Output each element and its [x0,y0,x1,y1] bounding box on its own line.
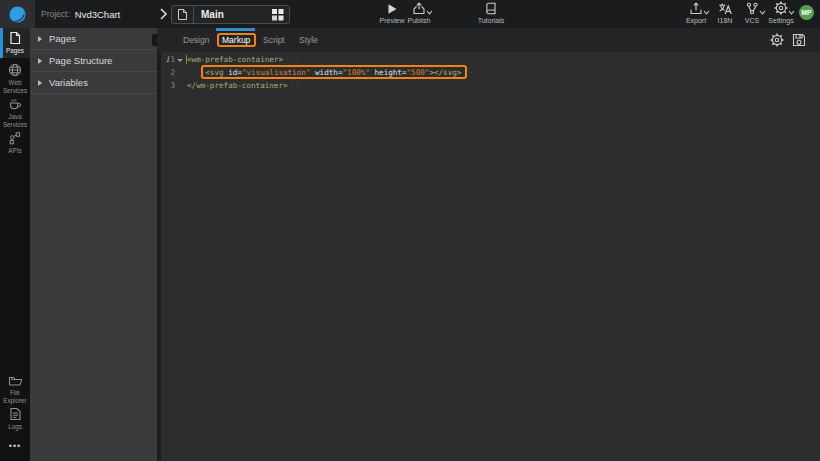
toolbar-button-label: Publish [408,17,431,24]
globe-icon [8,63,22,77]
panel-section-pages[interactable]: Pages [30,28,157,50]
text-cursor [186,55,187,64]
coffee-icon [8,97,22,111]
page-file-icon [172,6,194,23]
branch-icon [745,2,759,15]
toolbar-button-tutorials[interactable]: Tutorials [471,2,511,24]
chevron-right-icon [38,58,42,64]
sidebar-item-label: Pages [6,47,24,55]
chevron-down-icon [788,10,795,15]
grid-icon[interactable] [265,8,289,21]
active-tab-indicator [216,28,255,31]
code-text: </wm-prefab-container> [187,81,288,90]
toolbar-button-label: Settings [768,17,793,24]
app-logo[interactable] [0,0,35,28]
api-icon [8,131,22,145]
code-editor[interactable]: i1<wm-prefab-container>···2 <svg id="vis… [157,52,820,461]
sidebar-item-label: Web Services [0,79,30,94]
play-icon [386,2,398,15]
trailing-whitespace-dots: ·· [290,81,302,90]
code-text: <wm-prefab-container> [187,55,283,64]
editor-area: DesignMarkupScriptStyle i1<wm-prefab-con… [157,28,820,461]
publish-icon [412,2,426,15]
tab-script[interactable]: Script [263,28,285,52]
left-rail: Pages Web Services Java Services APIs Fi… [0,28,30,461]
panel-section-label: Page Structure [49,55,112,66]
sidebar-item-file-explorer[interactable]: File Explorer [0,371,30,401]
trailing-whitespace-dots: ··· [285,55,302,64]
breadcrumb-chevron-icon [159,7,168,21]
lint-info-icon: i [163,53,172,66]
tab-markup[interactable]: Markup [222,28,250,52]
page-selector-label: Main [194,9,265,20]
gutter-line-1: i1 [161,53,175,66]
pages-panel: PagesPage StructureVariables [30,28,157,461]
user-avatar[interactable]: MP [799,5,814,20]
toolbar-button-label: Tutorials [478,17,505,24]
project-label: Project: [41,9,70,19]
export-icon [689,2,703,15]
editor-tab-actions [769,32,806,47]
top-header: Project: Nvd3Chart Main PreviewPublishTu… [0,0,820,28]
sidebar-item-logs[interactable]: Logs [0,404,30,430]
chevron-right-icon [38,80,42,86]
code-line-2[interactable]: 2 <svg id="visualisation" width="100%" h… [161,66,820,79]
translate-icon [718,2,732,15]
page-selector[interactable]: Main [171,5,290,24]
trailing-whitespace-dots: ·· [463,68,475,77]
project-breadcrumb: Project: Nvd3Chart [41,0,120,28]
sidebar-item-label: File Explorer [0,389,30,404]
editor-settings-button[interactable] [769,32,784,47]
sidebar-item-label: APIs [8,147,21,155]
panel-section-page-structure[interactable]: Page Structure [30,50,157,72]
sidebar-overflow-button[interactable]: ••• [0,441,30,451]
toolbar-button-settings[interactable]: Settings [761,2,801,24]
save-icon [792,33,806,47]
code-line-1[interactable]: i1<wm-prefab-container>··· [161,53,820,66]
sidebar-item-label: Logs [8,423,22,431]
panel-section-label: Pages [49,33,76,44]
chevron-right-icon [38,36,42,42]
line-number: 3 [170,81,175,90]
sidebar-item-label: Java Services [0,113,30,128]
sidebar-item-web-services[interactable]: Web Services [0,60,30,94]
line-number: 2 [170,68,175,77]
sidebar-item-apis[interactable]: APIs [0,128,30,154]
gear-icon [774,2,788,15]
editor-tabbar: DesignMarkupScriptStyle [157,28,820,52]
panel-section-variables[interactable]: Variables [30,72,157,94]
chevron-down-icon [426,10,433,15]
panel-section-label: Variables [49,77,88,88]
book-icon [485,2,497,15]
tab-design[interactable]: Design [183,28,209,52]
gear-icon [770,33,784,47]
save-button[interactable] [791,32,806,47]
folder-icon [8,374,23,387]
wavemaker-logo-icon [9,6,26,23]
project-name: Nvd3Chart [75,9,120,20]
pages-icon [8,31,22,45]
sidebar-item-pages[interactable]: Pages [0,28,30,58]
gutter-line-3: 3 [161,79,175,92]
code-line-3[interactable]: 3</wm-prefab-container>·· [161,79,820,92]
tab-style[interactable]: Style [299,28,318,52]
toolbar-button-label: VCS [745,17,759,24]
wavemaker-studio-window: Project: Nvd3Chart Main PreviewPublishTu… [0,0,820,461]
sidebar-item-java-services[interactable]: Java Services [0,94,30,128]
code-text: <svg id="visualisation" width="100%" hei… [187,68,461,77]
toolbar-button-label: Export [686,17,706,24]
log-icon [9,407,22,421]
toolbar-button-publish[interactable]: Publish [399,2,439,24]
toolbar-button-label: I18N [718,17,733,24]
fold-arrow-icon[interactable] [177,59,183,62]
gutter-line-2: 2 [161,66,175,79]
